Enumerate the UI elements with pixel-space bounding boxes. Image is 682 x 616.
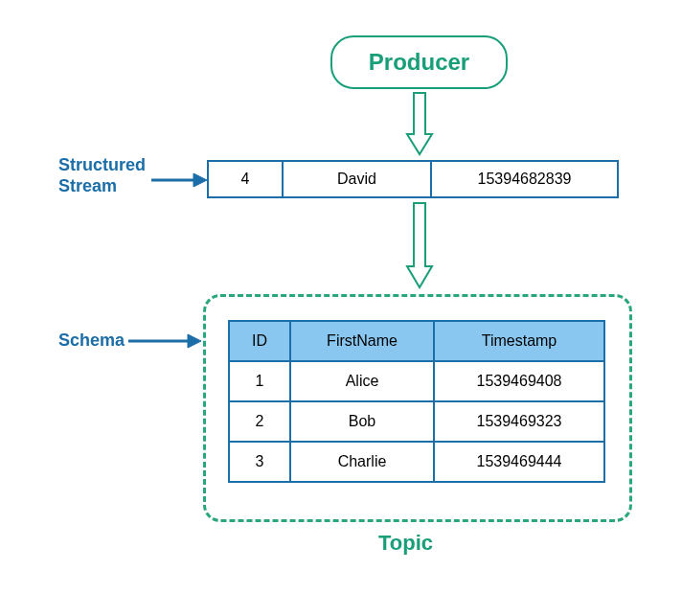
- arrow-stream-label: [151, 171, 209, 190]
- svg-marker-0: [407, 93, 432, 154]
- cell-firstname: Alice: [290, 361, 434, 401]
- cell-id: 2: [229, 401, 290, 442]
- schema-table: ID FirstName Timestamp 1 Alice 153946940…: [228, 320, 605, 483]
- cell-timestamp: 1539469408: [434, 361, 604, 401]
- label-line: Structured: [58, 155, 146, 174]
- schema-col-timestamp: Timestamp: [434, 321, 604, 361]
- producer-box: Producer: [330, 35, 508, 89]
- arrow-producer-to-stream: [405, 91, 434, 158]
- table-row: 1 Alice 1539469408: [229, 361, 604, 401]
- topic-label: Topic: [378, 531, 433, 556]
- stream-cell-timestamp: 15394682839: [432, 160, 619, 198]
- arrow-stream-to-topic: [405, 201, 434, 292]
- label-line: Stream: [58, 176, 117, 195]
- svg-marker-1: [407, 203, 432, 287]
- svg-marker-5: [188, 334, 201, 348]
- cell-timestamp: 1539469444: [434, 442, 604, 482]
- schema-label: Schema: [58, 330, 125, 351]
- arrow-schema-label: [128, 331, 205, 351]
- cell-timestamp: 1539469323: [434, 401, 604, 442]
- schema-col-id: ID: [229, 321, 290, 361]
- cell-firstname: Charlie: [290, 442, 434, 482]
- cell-firstname: Bob: [290, 401, 434, 442]
- cell-id: 3: [229, 442, 290, 482]
- stream-cell-firstname: David: [284, 160, 432, 198]
- cell-id: 1: [229, 361, 290, 401]
- producer-label: Producer: [369, 49, 469, 76]
- svg-marker-3: [193, 173, 207, 187]
- schema-header-row: ID FirstName Timestamp: [229, 321, 604, 361]
- structured-stream-label: Structured Stream: [58, 154, 146, 196]
- structured-stream-row: 4 David 15394682839: [207, 160, 619, 198]
- schema-col-firstname: FirstName: [290, 321, 434, 361]
- table-row: 3 Charlie 1539469444: [229, 442, 604, 482]
- stream-cell-id: 4: [207, 160, 284, 198]
- table-row: 2 Bob 1539469323: [229, 401, 604, 442]
